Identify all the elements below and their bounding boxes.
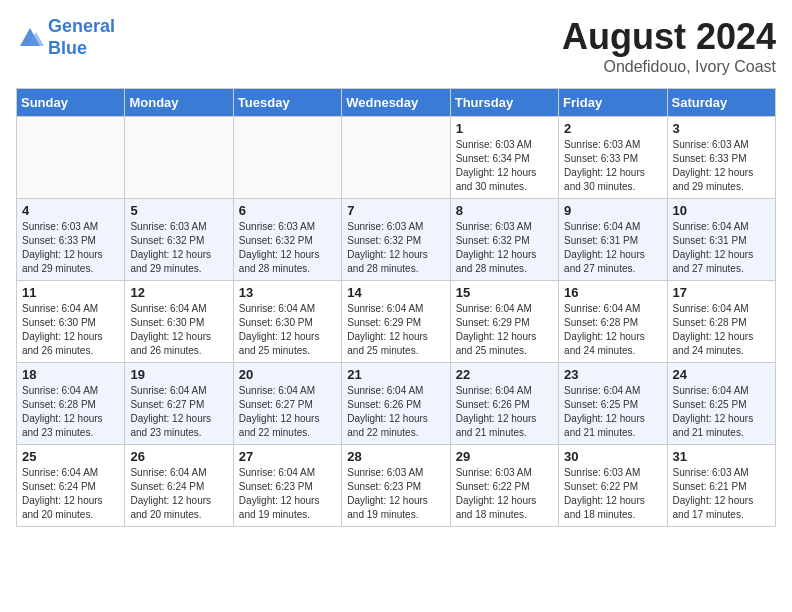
day-number: 31 (673, 449, 770, 464)
day-info: Sunrise: 6:03 AM Sunset: 6:22 PM Dayligh… (456, 466, 553, 522)
day-info: Sunrise: 6:04 AM Sunset: 6:23 PM Dayligh… (239, 466, 336, 522)
day-number: 6 (239, 203, 336, 218)
day-number: 17 (673, 285, 770, 300)
day-number: 9 (564, 203, 661, 218)
calendar-day-10: 10Sunrise: 6:04 AM Sunset: 6:31 PM Dayli… (667, 199, 775, 281)
day-info: Sunrise: 6:03 AM Sunset: 6:32 PM Dayligh… (456, 220, 553, 276)
day-number: 5 (130, 203, 227, 218)
calendar-subtitle: Ondefidouo, Ivory Coast (562, 58, 776, 76)
day-info: Sunrise: 6:04 AM Sunset: 6:26 PM Dayligh… (456, 384, 553, 440)
weekday-header-row: SundayMondayTuesdayWednesdayThursdayFrid… (17, 89, 776, 117)
calendar-day-1: 1Sunrise: 6:03 AM Sunset: 6:34 PM Daylig… (450, 117, 558, 199)
weekday-header-wednesday: Wednesday (342, 89, 450, 117)
calendar-day-31: 31Sunrise: 6:03 AM Sunset: 6:21 PM Dayli… (667, 445, 775, 527)
calendar-day-5: 5Sunrise: 6:03 AM Sunset: 6:32 PM Daylig… (125, 199, 233, 281)
day-number: 11 (22, 285, 119, 300)
day-info: Sunrise: 6:04 AM Sunset: 6:26 PM Dayligh… (347, 384, 444, 440)
logo-text: General Blue (48, 16, 115, 59)
day-info: Sunrise: 6:03 AM Sunset: 6:32 PM Dayligh… (239, 220, 336, 276)
day-info: Sunrise: 6:04 AM Sunset: 6:31 PM Dayligh… (564, 220, 661, 276)
calendar-day-13: 13Sunrise: 6:04 AM Sunset: 6:30 PM Dayli… (233, 281, 341, 363)
calendar-day-15: 15Sunrise: 6:04 AM Sunset: 6:29 PM Dayli… (450, 281, 558, 363)
day-info: Sunrise: 6:04 AM Sunset: 6:24 PM Dayligh… (130, 466, 227, 522)
day-number: 22 (456, 367, 553, 382)
page-header: General Blue August 2024 Ondefidouo, Ivo… (16, 16, 776, 76)
calendar-day-12: 12Sunrise: 6:04 AM Sunset: 6:30 PM Dayli… (125, 281, 233, 363)
day-number: 14 (347, 285, 444, 300)
day-info: Sunrise: 6:04 AM Sunset: 6:25 PM Dayligh… (673, 384, 770, 440)
calendar-table: SundayMondayTuesdayWednesdayThursdayFrid… (16, 88, 776, 527)
calendar-day-18: 18Sunrise: 6:04 AM Sunset: 6:28 PM Dayli… (17, 363, 125, 445)
calendar-day-11: 11Sunrise: 6:04 AM Sunset: 6:30 PM Dayli… (17, 281, 125, 363)
calendar-day-23: 23Sunrise: 6:04 AM Sunset: 6:25 PM Dayli… (559, 363, 667, 445)
day-info: Sunrise: 6:04 AM Sunset: 6:28 PM Dayligh… (564, 302, 661, 358)
calendar-day-25: 25Sunrise: 6:04 AM Sunset: 6:24 PM Dayli… (17, 445, 125, 527)
day-info: Sunrise: 6:04 AM Sunset: 6:30 PM Dayligh… (130, 302, 227, 358)
calendar-day-7: 7Sunrise: 6:03 AM Sunset: 6:32 PM Daylig… (342, 199, 450, 281)
calendar-day-28: 28Sunrise: 6:03 AM Sunset: 6:23 PM Dayli… (342, 445, 450, 527)
day-number: 4 (22, 203, 119, 218)
calendar-day-20: 20Sunrise: 6:04 AM Sunset: 6:27 PM Dayli… (233, 363, 341, 445)
logo: General Blue (16, 16, 115, 59)
calendar-title: August 2024 (562, 16, 776, 58)
day-number: 21 (347, 367, 444, 382)
day-info: Sunrise: 6:04 AM Sunset: 6:29 PM Dayligh… (456, 302, 553, 358)
calendar-day-6: 6Sunrise: 6:03 AM Sunset: 6:32 PM Daylig… (233, 199, 341, 281)
day-info: Sunrise: 6:03 AM Sunset: 6:23 PM Dayligh… (347, 466, 444, 522)
calendar-empty (342, 117, 450, 199)
weekday-header-saturday: Saturday (667, 89, 775, 117)
day-info: Sunrise: 6:04 AM Sunset: 6:27 PM Dayligh… (239, 384, 336, 440)
day-number: 27 (239, 449, 336, 464)
day-number: 7 (347, 203, 444, 218)
day-info: Sunrise: 6:04 AM Sunset: 6:31 PM Dayligh… (673, 220, 770, 276)
day-info: Sunrise: 6:04 AM Sunset: 6:27 PM Dayligh… (130, 384, 227, 440)
day-info: Sunrise: 6:04 AM Sunset: 6:28 PM Dayligh… (673, 302, 770, 358)
day-number: 20 (239, 367, 336, 382)
day-info: Sunrise: 6:03 AM Sunset: 6:21 PM Dayligh… (673, 466, 770, 522)
day-number: 24 (673, 367, 770, 382)
day-number: 18 (22, 367, 119, 382)
day-info: Sunrise: 6:03 AM Sunset: 6:32 PM Dayligh… (347, 220, 444, 276)
logo-icon (16, 24, 44, 52)
calendar-day-24: 24Sunrise: 6:04 AM Sunset: 6:25 PM Dayli… (667, 363, 775, 445)
weekday-header-sunday: Sunday (17, 89, 125, 117)
calendar-day-9: 9Sunrise: 6:04 AM Sunset: 6:31 PM Daylig… (559, 199, 667, 281)
calendar-day-22: 22Sunrise: 6:04 AM Sunset: 6:26 PM Dayli… (450, 363, 558, 445)
day-info: Sunrise: 6:04 AM Sunset: 6:29 PM Dayligh… (347, 302, 444, 358)
day-number: 19 (130, 367, 227, 382)
day-number: 12 (130, 285, 227, 300)
day-number: 8 (456, 203, 553, 218)
weekday-header-friday: Friday (559, 89, 667, 117)
day-info: Sunrise: 6:03 AM Sunset: 6:22 PM Dayligh… (564, 466, 661, 522)
day-number: 28 (347, 449, 444, 464)
day-number: 15 (456, 285, 553, 300)
day-info: Sunrise: 6:03 AM Sunset: 6:32 PM Dayligh… (130, 220, 227, 276)
day-info: Sunrise: 6:03 AM Sunset: 6:33 PM Dayligh… (673, 138, 770, 194)
calendar-week-row: 25Sunrise: 6:04 AM Sunset: 6:24 PM Dayli… (17, 445, 776, 527)
weekday-header-monday: Monday (125, 89, 233, 117)
calendar-day-21: 21Sunrise: 6:04 AM Sunset: 6:26 PM Dayli… (342, 363, 450, 445)
calendar-day-16: 16Sunrise: 6:04 AM Sunset: 6:28 PM Dayli… (559, 281, 667, 363)
calendar-empty (125, 117, 233, 199)
day-info: Sunrise: 6:03 AM Sunset: 6:33 PM Dayligh… (564, 138, 661, 194)
weekday-header-thursday: Thursday (450, 89, 558, 117)
day-info: Sunrise: 6:04 AM Sunset: 6:30 PM Dayligh… (22, 302, 119, 358)
day-info: Sunrise: 6:04 AM Sunset: 6:30 PM Dayligh… (239, 302, 336, 358)
calendar-day-17: 17Sunrise: 6:04 AM Sunset: 6:28 PM Dayli… (667, 281, 775, 363)
calendar-day-8: 8Sunrise: 6:03 AM Sunset: 6:32 PM Daylig… (450, 199, 558, 281)
weekday-header-tuesday: Tuesday (233, 89, 341, 117)
day-info: Sunrise: 6:04 AM Sunset: 6:28 PM Dayligh… (22, 384, 119, 440)
day-number: 13 (239, 285, 336, 300)
day-number: 23 (564, 367, 661, 382)
day-number: 30 (564, 449, 661, 464)
calendar-empty (17, 117, 125, 199)
calendar-day-29: 29Sunrise: 6:03 AM Sunset: 6:22 PM Dayli… (450, 445, 558, 527)
day-info: Sunrise: 6:03 AM Sunset: 6:34 PM Dayligh… (456, 138, 553, 194)
day-info: Sunrise: 6:03 AM Sunset: 6:33 PM Dayligh… (22, 220, 119, 276)
calendar-day-27: 27Sunrise: 6:04 AM Sunset: 6:23 PM Dayli… (233, 445, 341, 527)
calendar-day-30: 30Sunrise: 6:03 AM Sunset: 6:22 PM Dayli… (559, 445, 667, 527)
calendar-day-2: 2Sunrise: 6:03 AM Sunset: 6:33 PM Daylig… (559, 117, 667, 199)
calendar-empty (233, 117, 341, 199)
day-info: Sunrise: 6:04 AM Sunset: 6:25 PM Dayligh… (564, 384, 661, 440)
day-number: 29 (456, 449, 553, 464)
